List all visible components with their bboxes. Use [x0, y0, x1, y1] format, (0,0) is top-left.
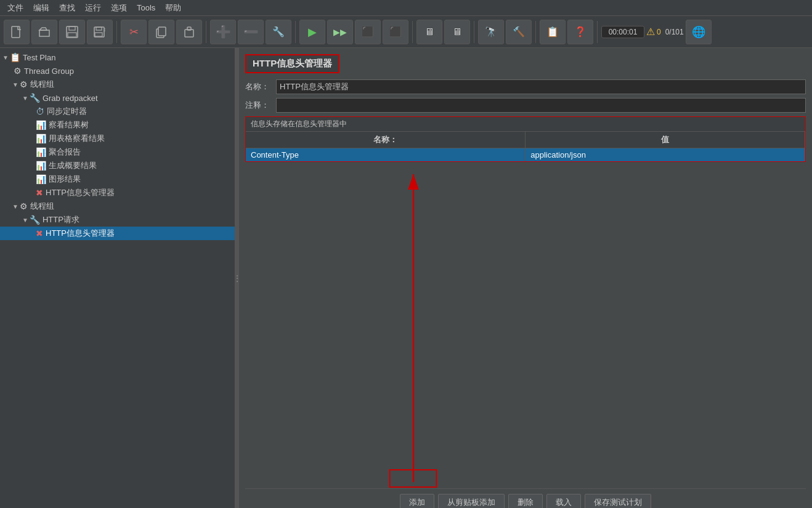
row-name-cell: Content-Type [246, 148, 526, 162]
tree-label-tongbu: 同步定时器 [47, 106, 87, 117]
tree-label-juhe: 聚合报告 [49, 147, 81, 158]
new-button[interactable] [4, 20, 30, 44]
svg-rect-4 [94, 27, 104, 37]
col-name-header: 名称： [246, 132, 526, 148]
tree-label-http-header-1: HTTP信息头管理器 [46, 187, 115, 198]
svg-rect-6 [95, 33, 102, 36]
name-input[interactable] [276, 79, 806, 94]
globe-button[interactable]: 🌐 [686, 20, 712, 44]
tree-item-grab-redpacket[interactable]: ▼ 🔧 Grab redpacket [0, 91, 235, 105]
tree-item-test-plan[interactable]: ▼ 📋 Test Plan [0, 50, 235, 64]
copy-button[interactable] [148, 20, 174, 44]
comment-row: 注释： [245, 98, 806, 113]
menu-edit[interactable]: 编辑 [28, 1, 54, 15]
remote-start-button[interactable]: 🖥 [416, 20, 442, 44]
warning-icon: ⚠ [646, 26, 655, 38]
tree-item-http-qingqiu[interactable]: ▼ 🔧 HTTP请求 [0, 213, 235, 227]
tree-label-tuxing: 图形结果 [49, 174, 81, 185]
binoculars-button[interactable]: 🔭 [478, 20, 504, 44]
tree-item-http-header-2[interactable]: ✖ HTTP信息头管理器 [0, 227, 235, 240]
toggle-xian-cheng-zu-2: ▼ [12, 203, 18, 210]
tree-item-xian-cheng-zu-1[interactable]: ▼ ⚙ 线程组 [0, 78, 235, 91]
tree-item-thread-group-1[interactable]: ⚙ Thread Group [0, 64, 235, 78]
tree-label-test-plan: Test Plan [23, 53, 55, 62]
tongbu-icon: ⏱ [36, 107, 44, 116]
comment-input[interactable] [276, 98, 806, 113]
script-button[interactable]: 📋 [540, 20, 566, 44]
browse-button[interactable]: 🔧 [266, 20, 291, 44]
add-from-clipboard-button[interactable]: 从剪贴板添加 [438, 494, 505, 508]
warning-indicator: ⚠ 0 [646, 26, 661, 38]
load-button[interactable]: 载入 [546, 494, 581, 508]
sep6 [535, 21, 536, 43]
stop-button[interactable]: ⬛ [355, 20, 381, 44]
save-test-plan-button[interactable]: 保存测试计划 [585, 494, 651, 508]
tree-label-chakan: 察看结果树 [49, 119, 89, 131]
thread-group-1-icon: ⚙ [14, 66, 22, 76]
biaoge-icon: 📊 [36, 134, 46, 143]
cut-button[interactable]: ✂ [121, 20, 147, 44]
remove-toolbar-button[interactable]: ➖ [238, 20, 264, 44]
grab-redpacket-icon: 🔧 [30, 93, 40, 103]
table-row[interactable]: Content-Type application/json [246, 148, 805, 162]
remote-stop-button[interactable]: 🖥 [444, 20, 470, 44]
xian-cheng-zu-2-icon: ⚙ [20, 201, 28, 211]
menu-tools[interactable]: Tools [132, 2, 160, 14]
tree-label-xian-cheng-zu-2: 线程组 [30, 201, 54, 212]
bottom-bar: 添加 从剪贴板添加 删除 载入 保存测试计划 [245, 488, 806, 508]
tree-label-thread-group-1: Thread Group [24, 67, 74, 76]
content-area: HTTP信息头管理器 名称： 注释： 信息头存储在信息头管理器中 名称： 值 [239, 48, 812, 508]
juhe-icon: 📊 [36, 147, 46, 157]
arrow-svg [245, 168, 806, 488]
start-button[interactable]: ▶ [299, 20, 325, 44]
test-plan-icon: 📋 [10, 52, 20, 62]
tree-item-gaiyao[interactable]: 📊 生成概要结果 [0, 159, 235, 172]
tree-label-http-header-2: HTTP信息头管理器 [46, 228, 115, 239]
saveall-button[interactable] [87, 20, 113, 44]
toggle-xian-cheng-zu-1: ▼ [12, 81, 18, 88]
tree-item-biaoge-chakan[interactable]: 📊 用表格察看结果 [0, 132, 235, 145]
toolbar: ✂ ➕ ➖ 🔧 ▶ ▶▶ ⬛ ⬛ 🖥 🖥 🔭 🔨 📋 ❓ 00:00:01 ⚠ … [0, 16, 812, 48]
col-value-header: 值 [526, 132, 805, 148]
menu-help[interactable]: 帮助 [160, 1, 186, 15]
menu-find[interactable]: 查找 [54, 1, 80, 15]
help-button[interactable]: ❓ [567, 20, 593, 44]
headers-table: 名称： 值 Content-Type application/json [246, 132, 805, 161]
tree-item-tuxing[interactable]: 📊 图形结果 [0, 172, 235, 186]
toggle-test-plan: ▼ [2, 54, 9, 61]
row-value-cell: application/json [526, 148, 805, 162]
test-button[interactable]: 🔨 [506, 20, 532, 44]
svg-rect-0 [12, 26, 20, 38]
request-counter: 0/101 [665, 28, 684, 36]
paste-button[interactable] [176, 20, 202, 44]
menu-file[interactable]: 文件 [2, 1, 28, 15]
tree-item-tongbu-dingshi[interactable]: ⏱ 同步定时器 [0, 105, 235, 118]
shutdown-button[interactable]: ⬛ [383, 20, 408, 44]
sep7 [597, 21, 598, 43]
add-toolbar-button[interactable]: ➕ [210, 20, 236, 44]
add-button[interactable]: 添加 [400, 494, 434, 508]
open-button[interactable] [31, 20, 57, 44]
toggle-grab-redpacket: ▼ [22, 95, 28, 102]
svg-rect-2 [69, 26, 75, 30]
tree-item-juhe[interactable]: 📊 聚合报告 [0, 145, 235, 159]
menubar: 文件 编辑 查找 运行 选项 Tools 帮助 [0, 0, 812, 16]
start-nopauses-button[interactable]: ▶▶ [327, 20, 353, 44]
name-row: 名称： [245, 79, 806, 94]
comment-label: 注释： [245, 100, 276, 111]
svg-rect-15 [390, 470, 437, 487]
toggle-http-qingqiu: ▼ [22, 217, 28, 224]
tree-label-grab-redpacket: Grab redpacket [43, 94, 98, 103]
timer-display: 00:00:01 [601, 26, 644, 38]
menu-run[interactable]: 运行 [80, 1, 106, 15]
tree-item-xian-cheng-zu-2[interactable]: ▼ ⚙ 线程组 [0, 200, 235, 213]
tree-item-http-header-1[interactable]: ✖ HTTP信息头管理器 [0, 186, 235, 200]
arrow-annotation [245, 168, 806, 488]
sep1 [116, 21, 117, 43]
save-button[interactable] [59, 20, 85, 44]
tree-item-chakan-jieguo[interactable]: 📊 察看结果树 [0, 118, 235, 132]
svg-rect-12 [187, 27, 191, 30]
menu-options[interactable]: 选项 [106, 1, 132, 15]
tree-label-http-qingqiu: HTTP请求 [43, 214, 79, 225]
delete-button[interactable]: 删除 [508, 494, 543, 508]
